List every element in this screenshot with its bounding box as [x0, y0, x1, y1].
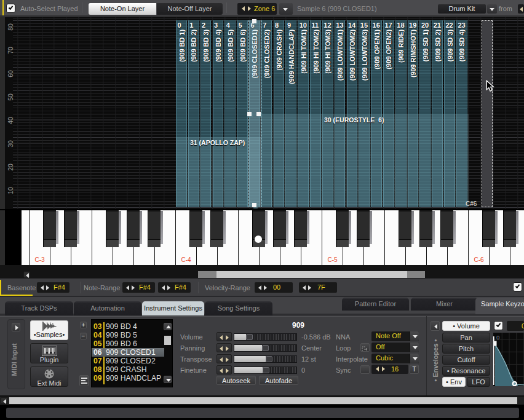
svg-text:0: 0 — [496, 334, 499, 341]
